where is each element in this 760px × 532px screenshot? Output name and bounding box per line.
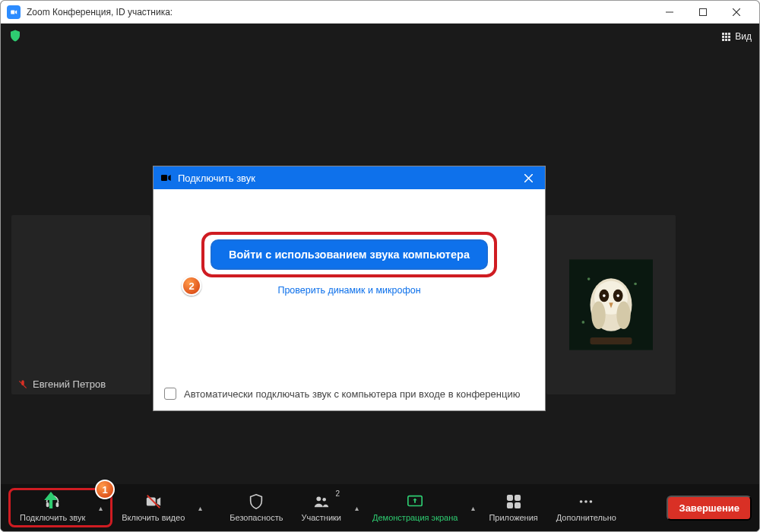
svg-point-10	[591, 301, 605, 329]
muted-mic-icon	[17, 379, 28, 390]
start-video-button[interactable]: Включить видео	[112, 488, 194, 527]
participant-tile-other[interactable]	[546, 215, 676, 394]
video-chevron-up-icon[interactable]: ▴	[194, 504, 207, 512]
headphones-icon	[44, 493, 61, 510]
svg-point-14	[634, 283, 637, 286]
security-label: Безопасность	[230, 513, 283, 522]
svg-point-9	[616, 294, 619, 297]
window-controls	[653, 1, 753, 24]
start-video-label: Включить видео	[122, 513, 185, 522]
auto-join-audio-checkbox[interactable]	[164, 388, 176, 400]
apps-icon	[505, 493, 522, 510]
more-label: Дополнительно	[556, 513, 616, 522]
participants-icon	[313, 493, 330, 510]
svg-point-8	[603, 294, 606, 297]
svg-rect-23	[507, 496, 511, 500]
svg-point-20	[316, 496, 321, 501]
svg-point-28	[585, 500, 588, 503]
svg-rect-24	[515, 496, 519, 500]
participant-tile-self[interactable]: Евгений Петров	[11, 215, 150, 394]
video-off-icon	[145, 493, 162, 510]
dialog-body: Войти с использованием звука компьютера …	[154, 189, 545, 380]
step-badge-2: 2	[182, 276, 201, 296]
share-screen-label: Демонстрация экрана	[372, 513, 458, 522]
svg-point-27	[580, 500, 583, 503]
view-label: Вид	[735, 31, 752, 42]
svg-rect-12	[591, 337, 632, 344]
svg-rect-2	[700, 8, 707, 15]
participant-name: Евгений Петров	[33, 378, 106, 390]
share-screen-icon	[407, 493, 423, 510]
join-computer-audio-button[interactable]: Войти с использованием звука компьютера	[211, 239, 488, 270]
window-title: Zoom Конференция, ID участника:	[27, 7, 653, 17]
end-meeting-button[interactable]: Завершение	[667, 496, 752, 521]
svg-rect-26	[515, 503, 519, 508]
meeting-topbar: Вид	[1, 24, 759, 49]
share-screen-button[interactable]: Демонстрация экрана	[363, 488, 467, 527]
more-button[interactable]: Дополнительно	[547, 488, 625, 527]
participants-count: 2	[335, 489, 340, 498]
svg-point-15	[582, 321, 585, 324]
minimize-button[interactable]	[653, 1, 686, 24]
shield-icon	[248, 493, 264, 510]
zoom-app-icon	[7, 5, 21, 19]
meeting-toolbar: 1 Подключить звук ▴ Включить видео ▴ Без…	[1, 484, 759, 531]
view-button[interactable]: Вид	[722, 31, 752, 42]
test-speaker-mic-link[interactable]: Проверить динамик и микрофон	[277, 285, 420, 296]
maximize-button[interactable]	[686, 1, 720, 24]
join-audio-button[interactable]: Подключить звук	[11, 490, 94, 525]
svg-rect-16	[161, 175, 167, 181]
join-audio-dialog: Подключить звук Войти с использованием з…	[153, 166, 546, 411]
participants-chevron-up-icon[interactable]: ▴	[350, 504, 363, 512]
audio-chevron-up-icon[interactable]: ▴	[94, 504, 107, 512]
close-button[interactable]	[720, 1, 753, 24]
more-icon	[578, 493, 594, 510]
svg-point-13	[587, 277, 591, 280]
svg-point-11	[616, 301, 630, 329]
titlebar: Zoom Конференция, ID участника:	[1, 1, 759, 24]
zoom-app-icon	[160, 172, 172, 184]
encryption-shield-icon[interactable]	[8, 28, 22, 46]
participants-button[interactable]: 2 Участники	[292, 488, 350, 527]
apps-button[interactable]: Приложения	[480, 488, 546, 527]
dialog-titlebar: Подключить звук	[154, 166, 545, 189]
highlight-annotation-2: Войти с использованием звука компьютера …	[201, 232, 497, 277]
owl-avatar-icon	[569, 259, 653, 350]
svg-point-29	[590, 500, 593, 503]
participants-label: Участники	[301, 513, 341, 522]
share-chevron-up-icon[interactable]: ▴	[467, 504, 480, 512]
highlight-annotation-1: 1 Подключить звук ▴	[8, 488, 112, 527]
svg-rect-1	[666, 11, 673, 12]
svg-point-21	[322, 498, 326, 502]
auto-join-audio-label: Автоматически подключать звук с компьюте…	[184, 388, 520, 400]
svg-rect-25	[507, 503, 511, 508]
dialog-close-button[interactable]	[518, 167, 539, 188]
svg-rect-0	[11, 10, 14, 14]
join-audio-label: Подключить звук	[20, 513, 85, 522]
security-button[interactable]: Безопасность	[220, 488, 292, 527]
apps-label: Приложения	[489, 513, 537, 522]
meeting-content: Евгений Петров	[1, 49, 759, 484]
arrow-up-icon	[43, 492, 59, 508]
app-window: Zoom Конференция, ID участника: Вид Евге…	[0, 0, 760, 532]
grid-icon	[722, 33, 730, 41]
dialog-title: Подключить звук	[178, 173, 518, 184]
dialog-footer: Автоматически подключать звук с компьюте…	[154, 380, 545, 410]
